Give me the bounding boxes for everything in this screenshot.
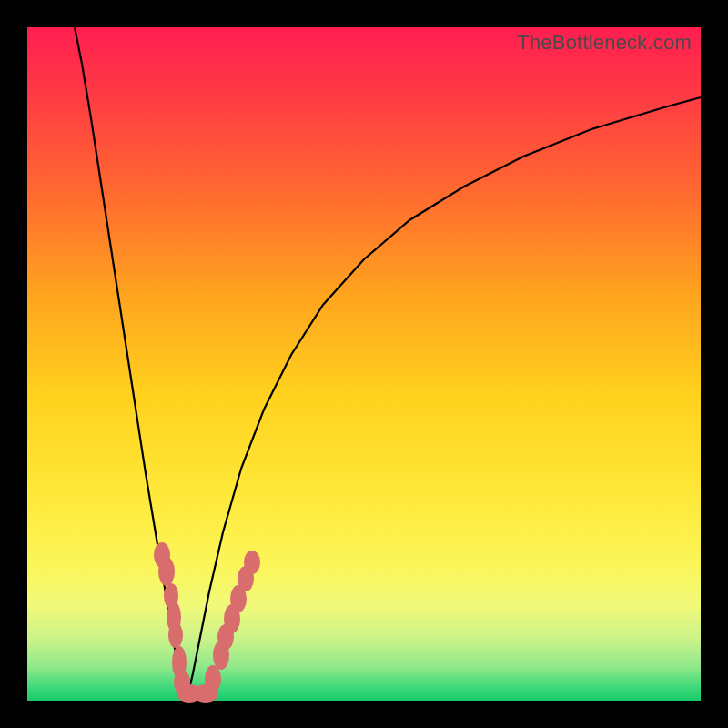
- right-branch-curve: [187, 97, 701, 701]
- plot-area: TheBottleneck.com: [27, 27, 701, 701]
- chart-svg: [27, 27, 701, 701]
- data-marker: [205, 665, 221, 693]
- data-marker: [168, 622, 183, 648]
- data-marker: [244, 551, 260, 574]
- marker-group: [154, 542, 260, 703]
- data-marker: [158, 557, 175, 586]
- chart-frame: TheBottleneck.com: [0, 0, 728, 728]
